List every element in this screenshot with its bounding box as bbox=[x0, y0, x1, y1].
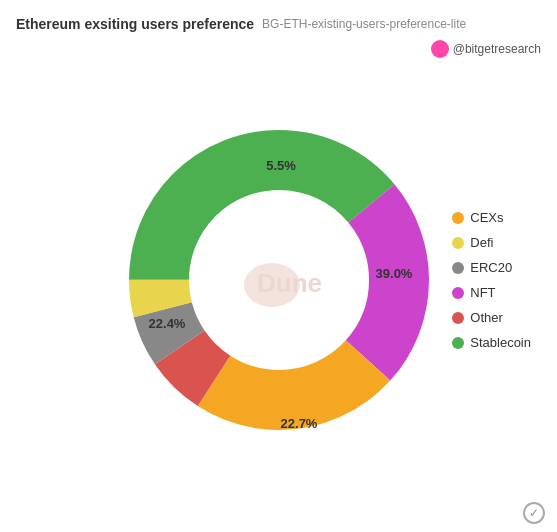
chart-subtitle: BG-ETH-existing-users-preference-lite bbox=[262, 17, 466, 31]
legend-item-cexs: CEXs bbox=[452, 210, 531, 225]
page-container: Ethereum exsiting users preference BG-ET… bbox=[0, 0, 557, 532]
author-icon bbox=[431, 40, 449, 58]
svg-text:Dune: Dune bbox=[257, 268, 322, 298]
legend-dot-erc20 bbox=[452, 262, 464, 274]
legend-dot-cexs bbox=[452, 212, 464, 224]
legend-dot-other bbox=[452, 312, 464, 324]
label-other: 6.4% bbox=[192, 253, 222, 268]
legend-label-other: Other bbox=[470, 310, 503, 325]
chart-area: Dune 39.0% 22.7% 22.4% 6.4% 5.5% CEXs bbox=[16, 70, 541, 490]
legend-label-cexs: CEXs bbox=[470, 210, 503, 225]
checkmark-icon: ✓ bbox=[523, 502, 545, 524]
legend: CEXs Defi ERC20 NFT Other Stablecoin bbox=[452, 210, 531, 350]
label-nft: 22.7% bbox=[280, 416, 317, 431]
author-name: @bitgetresearch bbox=[453, 42, 541, 56]
legend-label-stablecoin: Stablecoin bbox=[470, 335, 531, 350]
legend-dot-defi bbox=[452, 237, 464, 249]
label-erc20: 5.5% bbox=[266, 158, 296, 173]
legend-item-defi: Defi bbox=[452, 235, 531, 250]
label-stablecoin: 39.0% bbox=[375, 266, 412, 281]
legend-dot-stablecoin bbox=[452, 337, 464, 349]
legend-label-nft: NFT bbox=[470, 285, 495, 300]
chart-title: Ethereum exsiting users preference bbox=[16, 16, 254, 32]
legend-item-nft: NFT bbox=[452, 285, 531, 300]
donut-chart: Dune 39.0% 22.7% 22.4% 6.4% 5.5% bbox=[109, 110, 449, 450]
label-cexs: 22.4% bbox=[148, 316, 185, 331]
legend-item-other: Other bbox=[452, 310, 531, 325]
author-badge: @bitgetresearch bbox=[431, 40, 541, 58]
legend-label-erc20: ERC20 bbox=[470, 260, 512, 275]
donut-svg: Dune 39.0% 22.7% 22.4% 6.4% 5.5% bbox=[109, 110, 449, 450]
legend-dot-nft bbox=[452, 287, 464, 299]
legend-label-defi: Defi bbox=[470, 235, 493, 250]
legend-item-erc20: ERC20 bbox=[452, 260, 531, 275]
header: Ethereum exsiting users preference BG-ET… bbox=[16, 16, 541, 58]
legend-item-stablecoin: Stablecoin bbox=[452, 335, 531, 350]
